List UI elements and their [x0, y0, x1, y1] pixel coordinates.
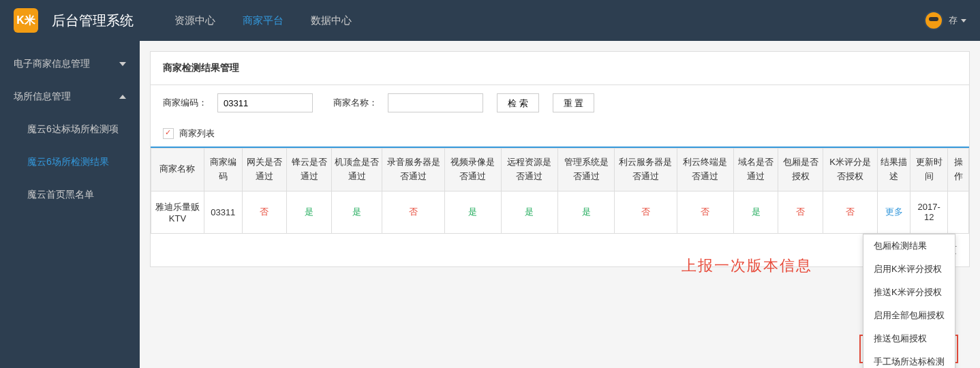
table-header-cell: 包厢是否授权 [778, 149, 823, 191]
panel: 商家检测结果管理 商家编码： 商家名称： 检 索 重 置 商家列表 商家名称商家… [150, 51, 970, 267]
cell-status: 是 [501, 191, 557, 233]
dropdown-item[interactable]: 包厢检测结果 [863, 234, 955, 258]
table-header-cell: 商家编码 [204, 149, 242, 191]
cell-status: 是 [558, 191, 615, 233]
merchant-name-input[interactable] [388, 93, 483, 112]
sidebar-group[interactable]: 场所信息管理 [0, 80, 140, 113]
avatar[interactable] [924, 11, 943, 30]
dropdown-item[interactable]: 启用全部包厢授权 [863, 304, 955, 327]
table-wrapper: 商家名称商家编码网关是否通过锋云是否通过机顶盒是否通过录音服务器是否通过视频录像… [151, 148, 969, 266]
header: K米 后台管理系统 资源中心商家平台数据中心 存 [0, 0, 980, 41]
table-header-cell: 锋云是否通过 [287, 149, 332, 191]
table-header-cell: 操作 [948, 149, 969, 191]
table-header-cell: 域名是否通过 [733, 149, 778, 191]
cell-status: 否 [242, 191, 287, 233]
reset-button[interactable]: 重 置 [553, 93, 595, 112]
search-button[interactable]: 检 索 [497, 93, 539, 112]
nav-item[interactable]: 商家平台 [229, 14, 297, 26]
header-user-area: 存 [924, 11, 966, 30]
container: 电子商家信息管理场所信息管理魔云6达标场所检测项魔云6场所检测结果魔云首页黑名单… [0, 41, 980, 368]
cell-time: 2017-12 [910, 191, 948, 233]
action-dropdown: 包厢检测结果启用K米评分授权推送K米评分授权启用全部包厢授权推送包厢授权手工场所… [863, 234, 955, 368]
cell-status: 否 [615, 191, 677, 233]
table-header-cell: 远程资源是否通过 [501, 149, 557, 191]
filter-name-label: 商家名称： [333, 97, 378, 109]
logo: K米 [14, 8, 38, 33]
cell-status: 否 [823, 191, 878, 233]
table-header-cell: K米评分是否授权 [823, 149, 878, 191]
sidebar-group[interactable]: 电子商家信息管理 [0, 48, 140, 80]
table-header-cell: 录音服务器是否通过 [382, 149, 445, 191]
chevron-up-icon [119, 95, 126, 99]
list-header: 商家列表 [151, 121, 969, 148]
cell-more-link[interactable]: 更多 [878, 191, 910, 233]
table-header-cell: 商家名称 [151, 149, 204, 191]
filter-bar: 商家编码： 商家名称： 检 索 重 置 [151, 85, 969, 121]
list-icon [163, 128, 174, 139]
sidebar: 电子商家信息管理场所信息管理魔云6达标场所检测项魔云6场所检测结果魔云首页黑名单 [0, 41, 140, 368]
sidebar-group-label: 电子商家信息管理 [14, 58, 90, 70]
table-header-cell: 机顶盒是否通过 [331, 149, 382, 191]
cell-status: 是 [287, 191, 332, 233]
cell-status: 否 [382, 191, 445, 233]
annotation-label: 上报一次版本信息 [682, 256, 812, 276]
panel-title: 商家检测结果管理 [151, 52, 969, 85]
user-menu[interactable]: 存 [949, 14, 966, 27]
sidebar-item[interactable]: 魔云6达标场所检测项 [0, 113, 140, 146]
filter-code-label: 商家编码： [163, 97, 207, 109]
user-label: 存 [949, 14, 958, 27]
dropdown-item[interactable]: 启用K米评分授权 [863, 258, 955, 281]
dropdown-item[interactable]: 推送K米评分授权 [863, 281, 955, 304]
cell-status: 是 [444, 191, 501, 233]
nav-item[interactable]: 数据中心 [297, 14, 365, 26]
sidebar-item[interactable]: 魔云首页黑名单 [0, 179, 140, 211]
cell-merchant-code: 03311 [204, 191, 242, 233]
table-header-cell: 利云终端是否通过 [677, 149, 733, 191]
pagination: /1 页 [151, 234, 969, 266]
sidebar-item[interactable]: 魔云6场所检测结果 [0, 146, 140, 179]
cell-status: 否 [677, 191, 733, 233]
table-header-cell: 网关是否通过 [242, 149, 287, 191]
dropdown-item[interactable]: 推送包厢授权 [863, 327, 955, 350]
table-row: 雅迪乐量贩KTV03311否是是否是是是否否是否否更多2017-12 [151, 191, 969, 233]
cell-merchant-name: 雅迪乐量贩KTV [151, 191, 204, 233]
main-content: 商家检测结果管理 商家编码： 商家名称： 检 索 重 置 商家列表 商家名称商家… [140, 41, 980, 368]
chevron-down-icon [119, 62, 126, 66]
cell-status: 是 [733, 191, 778, 233]
table-header-cell: 更新时间 [910, 149, 948, 191]
cell-status: 是 [331, 191, 382, 233]
cell-action[interactable] [948, 191, 969, 233]
merchant-code-input[interactable] [217, 93, 313, 112]
sidebar-group-label: 场所信息管理 [14, 91, 71, 103]
table-header-cell: 管理系统是否通过 [558, 149, 615, 191]
list-title: 商家列表 [179, 127, 215, 140]
results-table: 商家名称商家编码网关是否通过锋云是否通过机顶盒是否通过录音服务器是否通过视频录像… [151, 148, 969, 234]
caret-down-icon [961, 19, 966, 22]
nav-item[interactable]: 资源中心 [161, 14, 229, 26]
dropdown-item[interactable]: 手工场所达标检测 [863, 350, 955, 368]
app-title: 后台管理系统 [52, 12, 134, 30]
table-header-cell: 结果描述 [878, 149, 910, 191]
table-header-cell: 视频录像是否通过 [444, 149, 501, 191]
cell-status: 否 [778, 191, 823, 233]
table-header-cell: 利云服务器是否通过 [615, 149, 677, 191]
